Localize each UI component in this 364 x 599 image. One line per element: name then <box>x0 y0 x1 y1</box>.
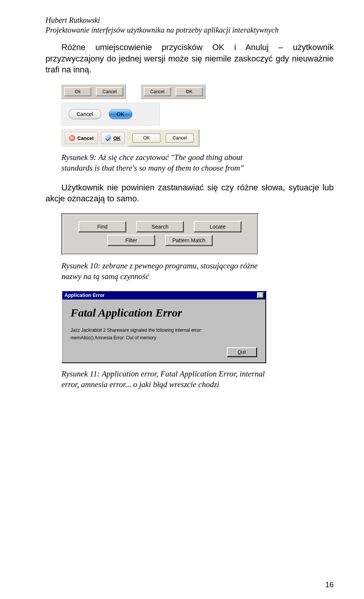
cancel-button[interactable]: Cancel <box>65 132 98 144</box>
ok-icon <box>105 135 111 141</box>
author: Hubert Rutkowski <box>46 15 334 25</box>
page-number: 16 <box>325 580 334 589</box>
button-group-cancel-first: Cancel OK <box>141 85 206 99</box>
figure-ok-cancel-variants: Ok Cancel Cancel OK <box>61 85 334 99</box>
error-message-line-2: memAlloc() Amnesia Error: Out of memory <box>71 335 257 340</box>
close-button[interactable]: × <box>257 292 264 298</box>
filter-button[interactable]: Filter <box>107 235 155 246</box>
gnome-button-group: Cancel OK <box>61 129 128 147</box>
cancel-button[interactable]: Cancel <box>69 109 101 119</box>
titlebar: Application Error × <box>62 291 265 300</box>
figure-mac-buttons: Cancel OK <box>61 103 334 125</box>
caption-figure-10: Rysunek 10: zebrane z pewnego programu, … <box>61 260 266 282</box>
paragraph-2-text: Użytkownik nie powinien zastanawiać się … <box>46 183 334 204</box>
ok-label: OK <box>113 135 121 141</box>
ok-button[interactable]: OK <box>176 87 203 96</box>
button-group-ok-first: Ok Cancel <box>61 85 126 99</box>
paragraph-2: Użytkownik nie powinien zastanawiać się … <box>46 182 334 204</box>
doc-title: Projektowanie interfejsów użytkownika na… <box>46 25 334 35</box>
cancel-icon <box>69 135 75 141</box>
cancel-button[interactable]: Cancel <box>144 87 171 96</box>
error-window: Application Error × Fatal Application Er… <box>61 290 266 363</box>
window-title: Application Error <box>64 292 105 298</box>
quit-button[interactable]: Quit <box>227 347 257 357</box>
locate-button[interactable]: Locate <box>194 221 242 232</box>
paragraph-1-text: Różne umiejscowienie przycisków OK i Anu… <box>46 42 334 74</box>
caption-figure-11: Rysunek 11: Application error, Fatal App… <box>61 368 266 390</box>
cancel-button[interactable]: Cancel <box>96 87 123 96</box>
find-button[interactable]: Find <box>78 221 126 232</box>
figure-synonym-buttons: Find Search Locate Filter Pattern Match <box>61 213 334 255</box>
error-heading: Fatal Application Error <box>71 306 257 319</box>
ok-button[interactable]: OK <box>109 109 132 119</box>
ok-button[interactable]: OK <box>101 132 125 144</box>
page-header: Hubert Rutkowski Projektowanie interfejs… <box>46 15 334 35</box>
search-button[interactable]: Search <box>136 221 184 232</box>
xp-button-group: OK Cancel <box>128 129 199 147</box>
cancel-button[interactable]: Cancel <box>166 133 194 143</box>
figure-gnome-xp-buttons: Cancel OK OK Cancel <box>61 129 334 147</box>
close-icon: × <box>259 293 262 298</box>
figure-error-dialog: Application Error × Fatal Application Er… <box>61 290 334 363</box>
paragraph-1: Różne umiejscowienie przycisków OK i Anu… <box>46 42 334 75</box>
ok-button[interactable]: Ok <box>64 87 91 96</box>
pattern-match-button[interactable]: Pattern Match <box>165 235 213 246</box>
caption-figure-9: Rysunek 9: Aż się chce zacytować "The go… <box>61 152 266 174</box>
ok-button[interactable]: OK <box>132 133 160 143</box>
error-message-line-1: Jazz Jackrabbit 2 Shareware signaled the… <box>71 328 257 333</box>
cancel-label: Cancel <box>77 135 94 141</box>
